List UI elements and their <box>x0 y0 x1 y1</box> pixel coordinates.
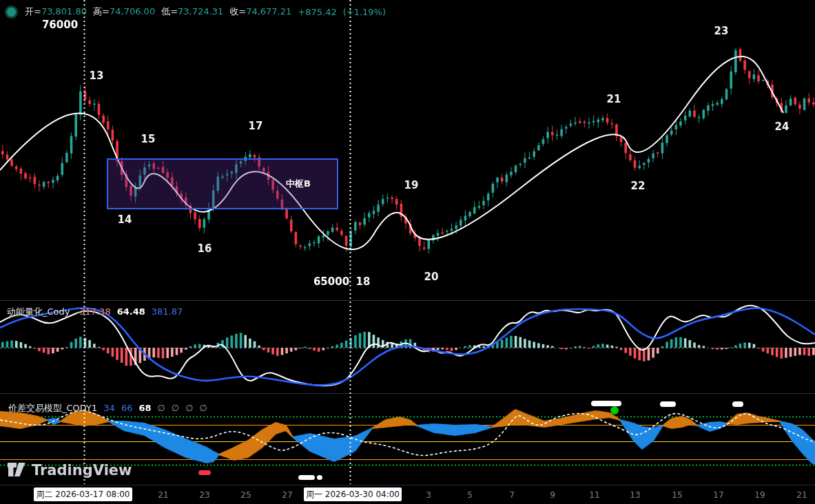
chart-canvas[interactable] <box>0 0 815 504</box>
instrument-dot-icon <box>7 8 16 17</box>
pivot-label-22: 22 <box>631 180 646 192</box>
signal-pill-marker <box>660 401 676 407</box>
central-pivot-box[interactable]: 中枢B <box>107 158 338 209</box>
pane3-value-2: 68 <box>138 403 151 413</box>
signal-dot-marker <box>610 406 619 414</box>
time-tick: 23 <box>199 490 209 500</box>
time-tick: 15 <box>672 490 682 500</box>
pane3-value-6: ∅ <box>200 403 207 413</box>
central-pivot-box-label: 中枢B <box>286 178 311 190</box>
time-tick: 17 <box>713 490 723 500</box>
ohlc-legend: 开=73,801.80 高=74,706.00 低=73,724.31 收=74… <box>7 6 386 18</box>
pane2-indicator-title[interactable]: 动能量化_Cody <box>7 306 70 318</box>
tradingview-logo: TradingView <box>7 461 132 479</box>
pivot-label-21: 21 <box>607 93 621 105</box>
pivot-label-16: 16 <box>198 242 212 255</box>
ohlc-close: 收=74,677.21 <box>229 6 291 18</box>
signal-pill-marker <box>198 470 211 475</box>
time-axis[interactable]: 212325273579111315171921周二 2026-03-17 08… <box>0 485 815 504</box>
pane2-value-0: -317.38 <box>76 306 110 317</box>
pane2-value-2: 381.87 <box>152 306 183 317</box>
ohlc-high: 高=74,706.00 <box>93 6 155 18</box>
signal-pill-marker <box>732 401 743 407</box>
time-tick: 11 <box>589 490 599 500</box>
pane3-value-3: ∅ <box>158 403 165 413</box>
price-label: 65000 <box>313 275 349 288</box>
time-tick: 13 <box>630 490 640 500</box>
ohlc-change-pct: (+1.19%) <box>343 7 386 17</box>
pivot-label-18: 18 <box>356 275 371 288</box>
price-label: 76000 <box>42 19 78 31</box>
ohlc-low: 低=73,724.31 <box>161 6 223 18</box>
ohlc-change: +875.42 <box>298 7 336 17</box>
pane3-indicator-title[interactable]: 价差交易模型_CODY1 <box>8 402 97 414</box>
pivot-label-13: 13 <box>90 70 104 82</box>
signal-dot-marker <box>317 475 322 480</box>
signal-pill-marker <box>591 401 621 406</box>
pane3-value-5: ∅ <box>185 403 193 413</box>
tradingview-logo-text: TradingView <box>32 462 132 479</box>
pane3-value-4: ∅ <box>172 403 179 413</box>
pivot-label-15: 15 <box>141 133 156 145</box>
pane2-value-1: 64.48 <box>117 306 145 317</box>
pivot-label-20: 20 <box>424 271 439 283</box>
time-tick: 21 <box>158 490 168 500</box>
pane3-value-0: 34 <box>103 403 115 413</box>
time-tick: 27 <box>282 490 292 500</box>
chart-window: 开=73,801.80 高=74,706.00 低=73,724.31 收=74… <box>0 0 815 504</box>
time-tick: 9 <box>550 490 555 500</box>
time-tick: 3 <box>426 490 431 500</box>
crosshair-date-label: 周二 2026-03-17 08:00 <box>34 487 132 501</box>
pivot-label-24: 24 <box>775 120 790 133</box>
pivot-label-19: 19 <box>404 179 419 191</box>
time-tick: 7 <box>509 490 515 500</box>
ohlc-open: 开=73,801.80 <box>25 6 87 18</box>
pivot-label-14: 14 <box>118 213 132 226</box>
time-tick: 19 <box>754 490 765 500</box>
pane3-value-1: 66 <box>121 403 133 413</box>
signal-pill-marker <box>298 475 315 480</box>
time-tick: 21 <box>796 490 807 500</box>
pivot-label-17: 17 <box>249 120 263 132</box>
pivot-label-23: 23 <box>714 25 729 37</box>
crosshair-date-label: 周一 2026-03-30 04:00 <box>304 487 402 501</box>
tradingview-logo-icon <box>7 461 27 479</box>
time-tick: 25 <box>240 490 251 500</box>
time-tick: 5 <box>467 490 473 500</box>
